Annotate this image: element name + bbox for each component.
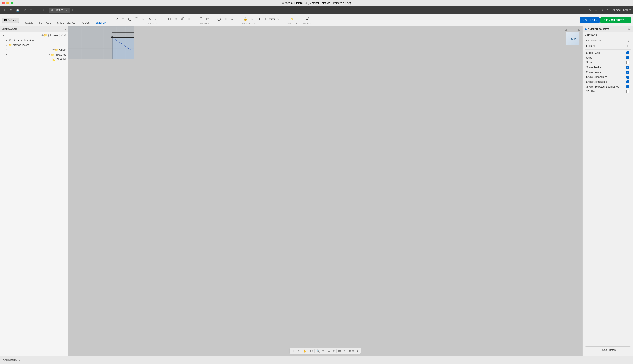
parallel-tool[interactable]: // [229, 16, 235, 22]
document-tab[interactable]: Untitled* ✕ [49, 8, 70, 12]
fillet-tool[interactable]: ⌒ [198, 16, 204, 22]
show-points-checkbox[interactable] [626, 71, 629, 74]
concentric-tool[interactable]: ⊙ [256, 16, 262, 22]
lock-tool[interactable]: 🔒 [243, 16, 249, 22]
grid-view-dropdown[interactable]: ▾ [343, 349, 346, 353]
tab-sketch[interactable]: SKETCH [93, 20, 109, 26]
tree-arrow-4[interactable]: ▾ [5, 53, 8, 56]
refresh-icon[interactable]: ↺ [600, 8, 604, 12]
palette-row-show-dimensions[interactable]: Show Dimensions [585, 75, 631, 80]
app-menu-grid[interactable]: ⊞ [2, 8, 8, 12]
palette-row-sketch-grid[interactable]: Sketch Grid [585, 50, 631, 55]
grid-view-icon[interactable]: ▦ [337, 349, 342, 353]
cube-right-arrow[interactable]: ▶ [578, 28, 580, 32]
tab-sheet-metal[interactable]: SHEET METAL [55, 20, 78, 26]
rectangle-tool[interactable]: ▭ [120, 16, 126, 22]
tab-solid[interactable]: SOLID [23, 20, 36, 26]
show-dimensions-checkbox[interactable] [626, 76, 629, 78]
trim-tool[interactable]: ✂ [204, 16, 210, 22]
grid-snap-dropdown[interactable]: ▾ [297, 349, 300, 353]
undo-dropdown[interactable]: ▾ [29, 8, 33, 12]
insert-image-tool[interactable]: 🖼 [304, 16, 310, 22]
new-tab-icon[interactable]: + [71, 8, 73, 12]
spline-tool[interactable]: ∿ [147, 16, 153, 22]
display-mode-dropdown[interactable]: ▾ [332, 349, 335, 353]
tab-close-icon[interactable]: ✕ [66, 9, 68, 12]
sketch-grid-checkbox[interactable] [626, 51, 629, 54]
zoom-icon[interactable]: 🔍 [315, 349, 321, 353]
tree-item-sketch1[interactable]: 👁 📐 Sketch1 [0, 57, 68, 62]
polygon-tool[interactable]: △ [140, 16, 146, 22]
multi-view-dropdown[interactable]: ▾ [356, 349, 359, 353]
line-tool[interactable]: ↗ [114, 16, 120, 22]
mirror-tool[interactable]: = [186, 16, 192, 22]
slice-checkbox[interactable] [626, 61, 629, 64]
gear-icon-0[interactable]: ⚙ [61, 34, 63, 37]
redo-dropdown[interactable]: ▾ [41, 8, 46, 12]
show-constraints-checkbox[interactable] [626, 80, 629, 84]
pan-icon[interactable]: ✋ [302, 349, 307, 353]
grid-snap-icon[interactable]: ⊹ [292, 349, 296, 353]
midpoint-tool[interactable]: ⊹ [262, 16, 268, 22]
point-tool[interactable]: ⊕ [173, 16, 179, 22]
undo-button[interactable]: ↩ [22, 8, 28, 12]
redo-button[interactable]: → [34, 8, 41, 12]
palette-row-construction[interactable]: Construction ◁ [585, 38, 631, 43]
maximize-button[interactable] [11, 2, 14, 4]
text-tool[interactable]: Ⓣ [179, 16, 186, 22]
tree-arrow-3[interactable]: ▶ [5, 48, 8, 51]
tree-item-unsaved[interactable]: ▾ 👁 📁 (Unsaved) ⚙ ↺ [0, 33, 68, 38]
symmetry-tool[interactable]: ↖ [275, 16, 282, 22]
eye-icon-3[interactable]: 👁 [52, 48, 55, 51]
palette-row-snap[interactable]: Snap [585, 55, 631, 60]
measure-tool[interactable]: 📏 [289, 16, 295, 22]
add-icon[interactable]: + [594, 8, 598, 12]
history-icon[interactable]: ⏱ [606, 8, 610, 12]
palette-row-3d-sketch[interactable]: 3D Sketch [585, 89, 631, 94]
slot-tool[interactable]: ⊟ [166, 16, 172, 22]
tab-tools[interactable]: TOOLS [78, 20, 92, 26]
tree-item-origin[interactable]: ▶ 👁 📁 Origin [0, 48, 68, 52]
orbit-icon[interactable]: ⬡ [309, 349, 313, 353]
cube-left-arrow[interactable]: ◀ [565, 28, 567, 32]
design-dropdown[interactable]: DESIGN ▾ [2, 18, 19, 23]
multi-view-icon[interactable]: ▦▦ [348, 349, 355, 353]
sidebar-collapse-icon[interactable]: ◀ [2, 28, 4, 30]
show-projected-checkbox[interactable] [626, 85, 629, 88]
construction-icon[interactable]: ◁ [627, 39, 629, 42]
palette-row-lookat[interactable]: Look At ⊡ [585, 43, 631, 48]
collinear-tool[interactable]: = [223, 16, 229, 22]
tree-arrow-1[interactable]: ▶ [5, 39, 8, 42]
perpendicular-tool[interactable]: ⊥ [236, 16, 242, 22]
close-icon[interactable]: ✕ [588, 8, 592, 12]
snap-checkbox[interactable] [626, 56, 629, 59]
arc-tool[interactable]: ⌒ [133, 16, 140, 22]
circle-tool[interactable]: ◯ [127, 16, 133, 22]
zoom-dropdown[interactable]: ▾ [322, 349, 325, 353]
equal-tool[interactable]: ▭▭ [269, 16, 275, 22]
cube-top-face[interactable]: TOP [566, 32, 579, 45]
tree-arrow-0[interactable]: ▾ [2, 34, 5, 37]
palette-expand-icon[interactable]: ≫ [628, 28, 631, 31]
palette-row-show-profile[interactable]: Show Profile [585, 65, 631, 70]
select-button[interactable]: ↖ SELECT ▾ [580, 17, 600, 23]
palette-row-slice[interactable]: Slice [585, 60, 631, 65]
palette-row-show-projected[interactable]: Show Projected Geometries [585, 84, 631, 89]
tree-item-named-views[interactable]: ▶ 📁 Named Views [0, 42, 68, 48]
3d-sketch-checkbox[interactable] [626, 90, 629, 93]
eye-icon-4[interactable]: 👁 [49, 53, 51, 56]
show-profile-checkbox[interactable] [626, 66, 629, 69]
sidebar-pin-icon[interactable]: ● [65, 28, 66, 30]
canvas[interactable]: 50.00 25.00 5.00 fx 1.30 [68, 26, 582, 356]
tab-surface[interactable]: SURFACE [36, 20, 54, 26]
tree-item-doc-settings[interactable]: ▶ ⚙ Document Settings [0, 38, 68, 42]
palette-row-show-constraints[interactable]: Show Constraints [585, 80, 631, 84]
finish-sketch-button[interactable]: ✓ FINISH SKETCH ▾ [600, 17, 631, 23]
conic-tool[interactable]: ⌐ [153, 16, 159, 22]
app-menu-list[interactable]: ≡ [8, 8, 14, 12]
palette-section-header[interactable]: ▾ Options [585, 34, 631, 37]
eye-icon-5[interactable]: 👁 [50, 58, 52, 61]
coincident-tool[interactable]: ◯ [216, 16, 222, 22]
tangent-tool[interactable]: △ [249, 16, 255, 22]
ellipse-tool[interactable]: ⊏ [160, 16, 166, 22]
